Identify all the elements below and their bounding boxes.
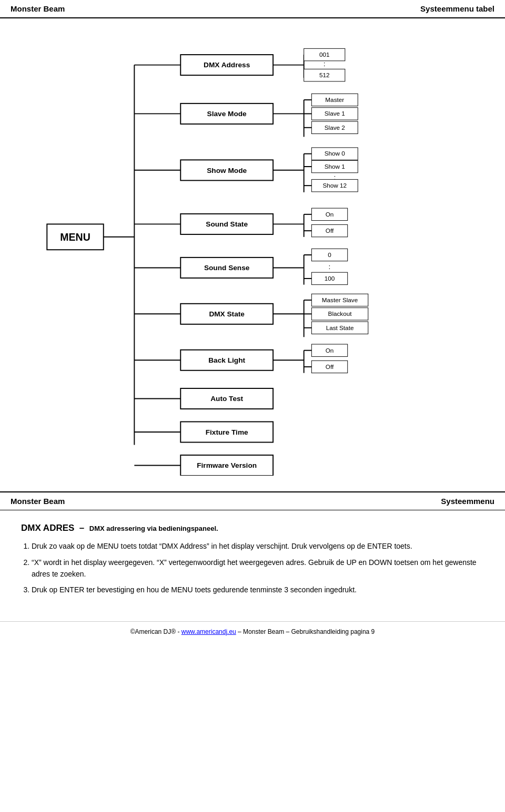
footer-link[interactable]: www.americandj.eu	[181, 628, 236, 635]
section-subtitle: DMX adressering via bedieningspaneel.	[89, 525, 218, 532]
svg-text:0: 0	[328, 251, 331, 258]
step-3: Druk op ENTER ter bevestiging en hou de …	[32, 584, 484, 595]
footer-header-right: Systeemmenu	[441, 497, 494, 506]
svg-text:Show 1: Show 1	[325, 163, 345, 170]
svg-text:100: 100	[325, 275, 335, 282]
svg-text:Off: Off	[326, 363, 334, 370]
svg-text:Fixture Time: Fixture Time	[206, 428, 248, 436]
page-footer: ©American DJ® - www.americandj.eu – Mons…	[0, 621, 505, 642]
footer-text: ©American DJ® - www.americandj.eu – Mons…	[130, 628, 375, 635]
svg-text:Back Light: Back Light	[208, 356, 245, 364]
header-left: Monster Beam	[11, 4, 65, 13]
svg-text:Show 12: Show 12	[322, 182, 347, 189]
svg-text:Show Mode: Show Mode	[207, 167, 247, 174]
menu-diagram: MENU DMX Address 001 : 512 Slave Mode Ma…	[21, 34, 484, 476]
diagram-area: MENU DMX Address 001 : 512 Slave Mode Ma…	[0, 18, 505, 491]
steps-list: Druk zo vaak op de MENU toets totdat “DM…	[21, 540, 484, 596]
svg-text:On: On	[326, 211, 334, 218]
svg-text:Auto Test: Auto Test	[210, 395, 243, 403]
svg-text:Sound State: Sound State	[206, 220, 248, 228]
header-right: Systeemmenu tabel	[420, 4, 494, 13]
svg-text:Slave 1: Slave 1	[325, 110, 345, 117]
footer-header-left: Monster Beam	[11, 497, 65, 506]
svg-text:Blackout: Blackout	[328, 310, 352, 317]
section-title: DMX ADRES – DMX adressering via bedienin…	[21, 521, 484, 535]
svg-text::: :	[324, 60, 326, 68]
svg-text:MENU: MENU	[60, 231, 90, 243]
step-1: Druk zo vaak op de MENU toets totdat “DM…	[32, 540, 484, 552]
svg-text:Show 0: Show 0	[325, 150, 346, 157]
svg-text:Off: Off	[326, 227, 334, 234]
svg-text:Sound Sense: Sound Sense	[204, 264, 250, 272]
svg-text:Last State: Last State	[326, 324, 354, 331]
page-header: Monster Beam Systeemmenu tabel	[0, 0, 505, 18]
footer-header: Monster Beam Systeemmenu	[0, 491, 505, 510]
svg-text:Master Slave: Master Slave	[322, 296, 358, 303]
content-section: DMX ADRES – DMX adressering via bedienin…	[0, 510, 505, 611]
svg-text::: :	[329, 263, 331, 271]
svg-text:512: 512	[319, 71, 330, 78]
svg-text:001: 001	[319, 51, 330, 58]
svg-text:DMX Address: DMX Address	[204, 61, 250, 69]
svg-text:Firmware Version: Firmware Version	[197, 461, 257, 469]
svg-text:Slave Mode: Slave Mode	[207, 110, 247, 118]
svg-text:DMX State: DMX State	[209, 310, 245, 318]
svg-text:Master: Master	[325, 96, 344, 103]
svg-text:Slave 2: Slave 2	[325, 124, 345, 131]
svg-text:On: On	[326, 347, 334, 354]
step-2: “X” wordt in het display weergegeven. “X…	[32, 557, 484, 580]
